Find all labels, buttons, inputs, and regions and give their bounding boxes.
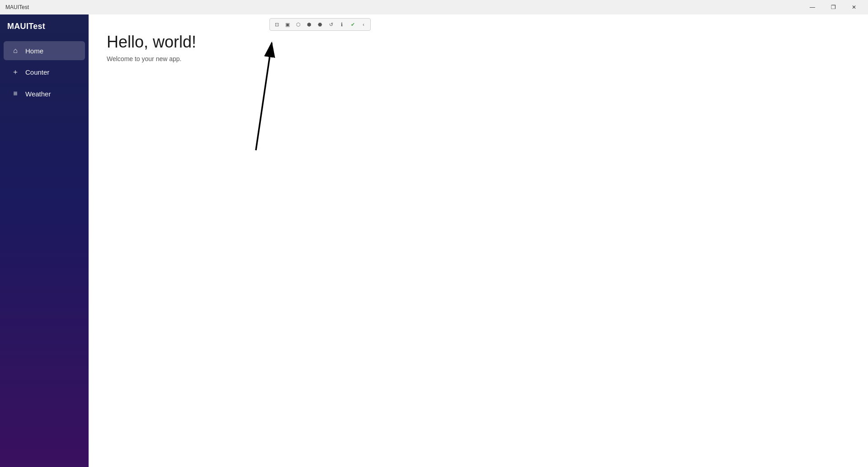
arrow-annotation: [89, 14, 868, 467]
sidebar-item-home[interactable]: ⌂ Home: [4, 41, 85, 60]
toolbar-btn-3[interactable]: ⬡: [293, 19, 303, 29]
dev-toolbar: ⊡ ▣ ⬡ ⬢ ⬣ ↺ ℹ ✔ ‹: [269, 18, 371, 31]
sidebar-item-home-label: Home: [25, 47, 43, 55]
restore-button[interactable]: ❐: [823, 0, 844, 14]
close-button[interactable]: ✕: [844, 0, 864, 14]
toolbar-btn-5[interactable]: ⬣: [315, 19, 325, 29]
menu-icon: ≡: [11, 90, 20, 98]
page-subtitle: Welcome to your new app.: [107, 55, 850, 62]
toolbar-btn-7[interactable]: ℹ: [337, 19, 347, 29]
app-title: MAUITest: [0, 14, 89, 40]
page-content: Hello, world! Welcome to your new app.: [89, 14, 868, 81]
toolbar-btn-collapse[interactable]: ‹: [359, 19, 368, 29]
sidebar-item-weather-label: Weather: [25, 90, 51, 98]
minimize-button[interactable]: —: [802, 0, 823, 14]
sidebar-item-counter-label: Counter: [25, 68, 49, 76]
title-bar: MAUITest — ❐ ✕: [0, 0, 868, 14]
app-container: MAUITest ⌂ Home ＋ Counter ≡ Weather ⊡ ▣ …: [0, 14, 868, 467]
home-icon: ⌂: [11, 47, 20, 55]
plus-icon: ＋: [11, 67, 20, 77]
page-title: Hello, world!: [107, 33, 850, 52]
toolbar-btn-1[interactable]: ⊡: [272, 19, 282, 29]
toolbar-btn-6[interactable]: ↺: [326, 19, 336, 29]
toolbar-btn-check[interactable]: ✔: [348, 19, 358, 29]
window-controls: — ❐ ✕: [802, 0, 864, 14]
toolbar-btn-2[interactable]: ▣: [283, 19, 292, 29]
main-content: ⊡ ▣ ⬡ ⬢ ⬣ ↺ ℹ ✔ ‹ Hello, world! Welcome …: [89, 14, 868, 467]
sidebar: MAUITest ⌂ Home ＋ Counter ≡ Weather: [0, 14, 89, 467]
toolbar-btn-4[interactable]: ⬢: [304, 19, 314, 29]
sidebar-item-counter[interactable]: ＋ Counter: [4, 62, 85, 82]
sidebar-item-weather[interactable]: ≡ Weather: [4, 84, 85, 103]
window-title: MAUITest: [4, 4, 29, 10]
